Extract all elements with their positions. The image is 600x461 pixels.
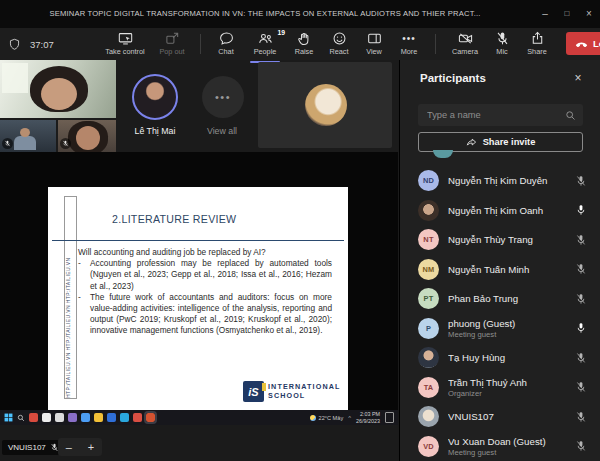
zoom-in-button[interactable]: + <box>88 438 94 456</box>
people-icon <box>258 31 273 46</box>
taskbar-app-icon <box>68 413 77 422</box>
participant-mic-icon[interactable] <box>575 293 587 305</box>
panel-close-icon[interactable]: × <box>569 69 587 87</box>
video-tile-small-2[interactable] <box>58 120 116 152</box>
mic-button[interactable]: Mic <box>486 28 518 63</box>
screen-share-region: HTP:/TAILIEU.VN HTP:/TAILIEU.VN HTP:/TAI… <box>0 152 398 425</box>
participant-search-field[interactable] <box>418 104 583 126</box>
pop-out-button: Pop out <box>152 28 192 63</box>
minimize-button[interactable]: – <box>534 0 556 28</box>
participant-row[interactable]: NM Nguyễn Tuấn Minh <box>400 255 600 285</box>
chat-button[interactable]: Chat <box>209 28 243 63</box>
take-control-button[interactable]: Take control <box>98 28 152 63</box>
view-all-tile[interactable]: ••• View all <box>194 60 250 152</box>
participant-mic-icon[interactable] <box>575 175 587 187</box>
weather-widget: 22°C Mây <box>310 415 344 421</box>
mic-off-icon <box>495 31 510 46</box>
participants-list: ND Nguyễn Thị Kim Duyên Nguyễn Thị Kim O… <box>400 166 600 461</box>
participant-row[interactable]: Nguyễn Thị Kim Oanh <box>400 196 600 226</box>
react-button[interactable]: React <box>321 28 357 63</box>
participant-mic-icon[interactable] <box>575 204 587 216</box>
tray-caret-icon: ^ <box>348 415 351 421</box>
taskbar-search-icon <box>17 414 25 422</box>
taskbar-clock: 2:03 PM 26/9/2023 <box>356 411 380 423</box>
watermark-strip: HTP:/TAILIEU.VN HTP:/TAILIEU.VN HTP:/TAI… <box>64 196 77 399</box>
participant-row[interactable]: Tạ Huy Hùng <box>400 343 600 373</box>
share-screen-icon <box>530 31 545 46</box>
raise-hand-button[interactable]: Raise <box>287 28 321 63</box>
participant-row[interactable]: P phuong (Guest) Meeting guest <box>400 314 600 344</box>
avatar <box>132 74 178 120</box>
participant-mic-icon[interactable] <box>575 411 587 423</box>
participant-row[interactable]: VD Vu Xuan Doan (Guest) Meeting guest <box>400 432 600 461</box>
participant-avatar <box>418 347 439 368</box>
slide-intro-line: Will accounting and auditing job be repl… <box>78 247 332 258</box>
taskbar-app-icon <box>29 413 38 422</box>
mic-muted-badge <box>60 138 71 149</box>
participant-name: Phan Bảo Trung <box>448 293 566 304</box>
partially-scrolled-avatar <box>433 150 453 158</box>
participant-name: Nguyễn Thị Kim Oanh <box>448 205 566 216</box>
view-button[interactable]: View <box>357 28 391 63</box>
camera-off-icon <box>458 31 473 46</box>
avatar-tile-le-thi-mai[interactable]: Lê Thị Mai <box>118 60 192 152</box>
participant-row[interactable]: TA Trần Thị Thuỷ Anh Organizer <box>400 373 600 403</box>
participant-name: Nguyễn Thị Kim Duyên <box>448 175 566 186</box>
participant-name: Nguyễn Thùy Trang <box>448 234 566 245</box>
participant-mic-icon[interactable] <box>575 352 587 364</box>
share-invite-button[interactable]: Share invite <box>418 132 583 152</box>
participants-panel: Participants × Share invite ND Nguyễn Th… <box>399 60 600 461</box>
participant-row[interactable]: PT Phan Bảo Trung <box>400 284 600 314</box>
participant-name-label: Lê Thị Mai <box>118 126 192 136</box>
taskbar-app-icon <box>94 413 103 422</box>
stage-avatar-tile[interactable] <box>258 62 392 148</box>
camera-button[interactable]: Camera <box>444 28 486 63</box>
slide-title: 2.LITERATURE REVIEW <box>112 213 292 225</box>
maximize-button[interactable]: □ <box>556 0 578 28</box>
taskbar-app-icon <box>120 413 129 422</box>
taskbar-tray: 22°C Mây ^ 2:03 PM 26/9/2023 <box>310 411 394 423</box>
participant-avatar: NM <box>418 259 439 280</box>
more-button[interactable]: ••• More <box>391 28 427 63</box>
logo-mark: iS <box>243 381 264 402</box>
video-tile-small-1[interactable] <box>0 120 56 152</box>
taskbar-app-icons <box>29 413 155 422</box>
shared-desktop-taskbar: 22°C Mây ^ 2:03 PM 26/9/2023 <box>0 410 398 425</box>
close-button[interactable]: × <box>578 0 600 28</box>
share-button[interactable]: Share <box>518 28 556 63</box>
participant-mic-icon[interactable] <box>575 381 587 393</box>
slide-body-text: Will accounting and auditing job be repl… <box>78 247 332 337</box>
taskbar-app-icon <box>146 413 155 422</box>
toolbar-divider <box>435 34 436 54</box>
watermark-text: HTP:/TAILIEU.VN HTP:/TAILIEU.VN HTP:/TAI… <box>65 197 76 398</box>
mic-muted-badge <box>2 138 13 149</box>
participant-subtitle: Organizer <box>448 389 566 398</box>
leave-button[interactable]: Leave <box>566 32 600 55</box>
weather-icon <box>310 415 316 421</box>
school-logo: iS INTERNATIONAL SCHOOL <box>243 381 340 402</box>
participant-row[interactable]: VNUIS107 <box>400 402 600 432</box>
participant-mic-icon[interactable] <box>575 234 587 246</box>
toolbar-divider <box>200 34 201 54</box>
raise-hand-icon <box>297 31 312 46</box>
participant-avatar: P <box>418 318 439 339</box>
view-all-ellipsis-icon[interactable]: ••• <box>202 76 244 118</box>
people-button[interactable]: 19 People <box>243 28 287 63</box>
avatar <box>305 84 347 126</box>
people-count-badge: 19 <box>277 29 285 36</box>
video-tile-large[interactable] <box>0 60 116 118</box>
zoom-out-button[interactable]: – <box>66 438 72 456</box>
windows-start-icon <box>4 413 13 422</box>
phone-hangup-icon <box>575 37 588 50</box>
search-input[interactable] <box>418 110 565 120</box>
meeting-toolbar: 37:07 Take control Pop out Chat <box>0 28 600 60</box>
participant-name: Tạ Huy Hùng <box>448 352 566 363</box>
slide-bullet: - Accounting profession may be replaced … <box>78 258 332 292</box>
participant-avatar: NT <box>418 229 439 250</box>
participant-mic-icon[interactable] <box>575 322 587 334</box>
participant-row[interactable]: ND Nguyễn Thị Kim Duyên <box>400 166 600 196</box>
taskbar-app-icon <box>55 413 64 422</box>
participant-mic-icon[interactable] <box>575 440 587 452</box>
participant-row[interactable]: NT Nguyễn Thùy Trang <box>400 225 600 255</box>
participant-mic-icon[interactable] <box>575 263 587 275</box>
